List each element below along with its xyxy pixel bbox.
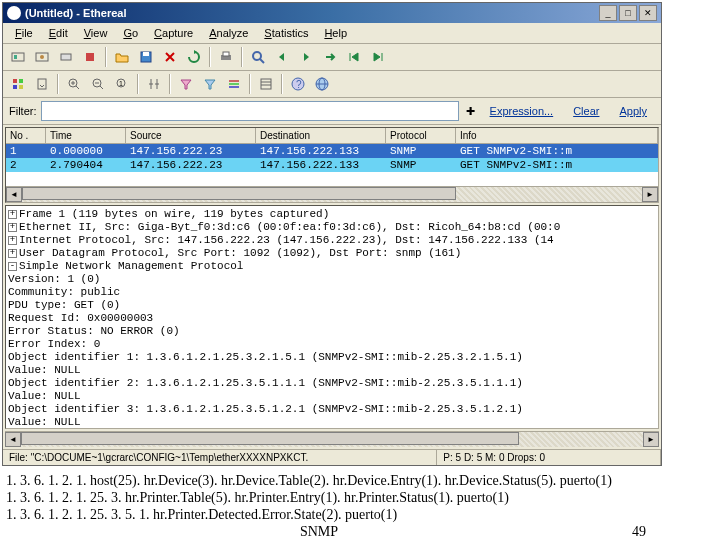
details-hscrollbar[interactable]: ◄ ► xyxy=(5,431,659,447)
titlebar: (Untitled) - Ethereal _ □ ✕ xyxy=(3,3,661,23)
goto-next-icon[interactable] xyxy=(295,46,317,68)
detail-line[interactable]: +Ethernet II, Src: Giga-Byt_f0:3d:c6 (00… xyxy=(8,221,656,234)
svg-rect-15 xyxy=(19,85,23,89)
goto-last-icon[interactable] xyxy=(367,46,389,68)
open-icon[interactable] xyxy=(111,46,133,68)
filter-toolbar: Filter: ✚ Expression... Clear Apply xyxy=(3,98,661,125)
menu-view[interactable]: View xyxy=(76,25,116,41)
detail-line[interactable]: Value: NULL xyxy=(8,416,656,429)
separator xyxy=(169,74,171,94)
minimize-button[interactable]: _ xyxy=(599,5,617,21)
svg-point-3 xyxy=(40,55,44,59)
footer-line: 1. 3. 6. 1. 2. 1. 25. 3. 5. 1. hr.Printe… xyxy=(6,506,714,523)
detail-line[interactable]: PDU type: GET (0) xyxy=(8,299,656,312)
zoom-in-icon[interactable] xyxy=(63,73,85,95)
svg-rect-5 xyxy=(86,53,94,61)
coloring-rules-icon[interactable] xyxy=(223,73,245,95)
menu-capture[interactable]: Capture xyxy=(146,25,201,41)
interfaces-icon[interactable] xyxy=(7,46,29,68)
detail-line[interactable]: Community: public xyxy=(8,286,656,299)
detail-line[interactable]: Object identifier 2: 1.3.6.1.2.1.25.3.5.… xyxy=(8,377,656,390)
scroll-right-icon[interactable]: ► xyxy=(642,187,658,202)
display-filters-icon[interactable] xyxy=(199,73,221,95)
preferences-icon[interactable] xyxy=(255,73,277,95)
detail-line[interactable]: -Simple Network Management Protocol xyxy=(8,260,656,273)
apply-button[interactable]: Apply xyxy=(611,103,655,119)
filter-add-icon[interactable]: ✚ xyxy=(463,105,478,118)
print-icon[interactable] xyxy=(215,46,237,68)
col-protocol[interactable]: Protocol xyxy=(386,128,456,143)
menubar: File Edit View Go Capture Analyze Statis… xyxy=(3,23,661,44)
detail-line[interactable]: +User Datagram Protocol, Src Port: 1092 … xyxy=(8,247,656,260)
filter-label: Filter: xyxy=(9,105,37,117)
expand-icon[interactable]: + xyxy=(8,249,17,258)
colorize-icon[interactable] xyxy=(7,73,29,95)
goto-packet-icon[interactable] xyxy=(319,46,341,68)
menu-help[interactable]: Help xyxy=(316,25,355,41)
packet-row[interactable]: 10.000000147.156.222.23147.156.222.133SN… xyxy=(6,144,658,158)
detail-line[interactable]: Value: NULL xyxy=(8,390,656,403)
menu-analyze[interactable]: Analyze xyxy=(201,25,256,41)
maximize-button[interactable]: □ xyxy=(619,5,637,21)
website-icon[interactable] xyxy=(311,73,333,95)
zoom-100-icon[interactable]: 1 xyxy=(111,73,133,95)
separator xyxy=(241,47,243,67)
clear-button[interactable]: Clear xyxy=(565,103,607,119)
save-icon[interactable] xyxy=(135,46,157,68)
zoom-out-icon[interactable] xyxy=(87,73,109,95)
svg-rect-0 xyxy=(12,53,24,61)
detail-line[interactable]: Error Status: NO ERROR (0) xyxy=(8,325,656,338)
col-time[interactable]: Time xyxy=(46,128,126,143)
window-title: (Untitled) - Ethereal xyxy=(25,7,597,19)
svg-rect-14 xyxy=(13,85,17,89)
filter-input[interactable] xyxy=(41,101,459,121)
app-icon xyxy=(7,6,21,20)
detail-line[interactable]: Object identifier 3: 1.3.6.1.2.1.25.3.5.… xyxy=(8,403,656,416)
detail-line[interactable]: Version: 1 (0) xyxy=(8,273,656,286)
detail-line[interactable]: Value: NULL xyxy=(8,364,656,377)
expand-icon[interactable]: + xyxy=(8,210,17,219)
resize-columns-icon[interactable] xyxy=(143,73,165,95)
menu-edit[interactable]: Edit xyxy=(41,25,76,41)
toolbar-2: 1 ? xyxy=(3,71,661,98)
packet-row[interactable]: 22.790404147.156.222.23147.156.222.133SN… xyxy=(6,158,658,172)
expand-icon[interactable]: + xyxy=(8,223,17,232)
autoscroll-icon[interactable] xyxy=(31,73,53,95)
options-icon[interactable] xyxy=(31,46,53,68)
expand-icon[interactable]: + xyxy=(8,236,17,245)
find-icon[interactable] xyxy=(247,46,269,68)
col-destination[interactable]: Destination xyxy=(256,128,386,143)
close-file-icon[interactable] xyxy=(159,46,181,68)
separator xyxy=(105,47,107,67)
menu-file[interactable]: File xyxy=(7,25,41,41)
help-icon[interactable]: ? xyxy=(287,73,309,95)
detail-line[interactable]: +Frame 1 (119 bytes on wire, 119 bytes c… xyxy=(8,208,656,221)
menu-statistics[interactable]: Statistics xyxy=(256,25,316,41)
detail-line[interactable]: Error Index: 0 xyxy=(8,338,656,351)
svg-rect-7 xyxy=(143,52,149,56)
scroll-left-icon[interactable]: ◄ xyxy=(5,432,21,447)
col-no[interactable]: No . xyxy=(6,128,46,143)
start-capture-icon[interactable] xyxy=(55,46,77,68)
goto-prev-icon[interactable] xyxy=(271,46,293,68)
expression-button[interactable]: Expression... xyxy=(482,103,562,119)
detail-line[interactable]: +Internet Protocol, Src: 147.156.222.23 … xyxy=(8,234,656,247)
detail-line[interactable]: Request Id: 0x00000003 xyxy=(8,312,656,325)
reload-icon[interactable] xyxy=(183,46,205,68)
svg-text:1: 1 xyxy=(119,80,123,87)
stop-capture-icon[interactable] xyxy=(79,46,101,68)
col-info[interactable]: Info xyxy=(456,128,658,143)
close-button[interactable]: ✕ xyxy=(639,5,657,21)
hscrollbar[interactable]: ◄ ► xyxy=(6,186,658,202)
svg-rect-13 xyxy=(19,79,23,83)
collapse-icon[interactable]: - xyxy=(8,262,17,271)
goto-first-icon[interactable] xyxy=(343,46,365,68)
detail-line[interactable]: Object identifier 1: 1.3.6.1.2.1.25.3.2.… xyxy=(8,351,656,364)
col-source[interactable]: Source xyxy=(126,128,256,143)
capture-filters-icon[interactable] xyxy=(175,73,197,95)
svg-rect-31 xyxy=(261,79,271,89)
ethereal-window: (Untitled) - Ethereal _ □ ✕ File Edit Vi… xyxy=(2,2,662,466)
menu-go[interactable]: Go xyxy=(115,25,146,41)
scroll-right-icon[interactable]: ► xyxy=(643,432,659,447)
scroll-left-icon[interactable]: ◄ xyxy=(6,187,22,202)
